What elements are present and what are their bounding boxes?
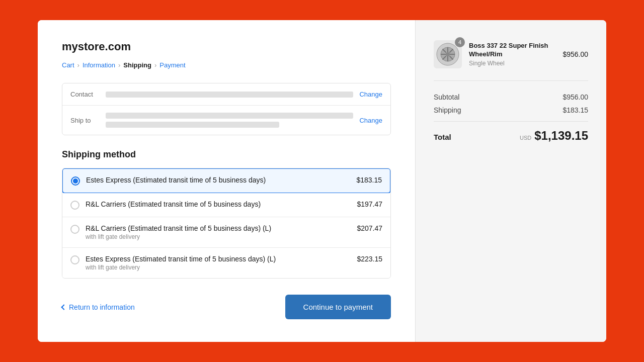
option-name-1: Estes Express (Estimated transit time of…: [86, 176, 356, 184]
breadcrumb: Cart › Information › Shipping › Payment: [62, 61, 391, 69]
product-name: Boss 337 22 Super Finish Wheel/Rim: [469, 42, 555, 59]
right-panel: 4 Boss 337 22 Super Finish Wheel/Rim Sin…: [415, 20, 606, 342]
return-link[interactable]: Return to information: [62, 303, 135, 311]
breadcrumb-shipping: Shipping: [123, 61, 151, 69]
ship-to-bar-1: [106, 113, 353, 119]
breadcrumb-sep-1: ›: [77, 61, 79, 69]
ship-to-row: Ship to Change: [62, 106, 390, 135]
ship-to-bar-2: [106, 122, 279, 128]
option-content-4: Estes Express (Estimated transit time of…: [86, 255, 357, 271]
total-amount: $1,139.15: [534, 129, 588, 143]
store-name: mystore.com: [62, 40, 391, 53]
option-price-4: $223.15: [357, 255, 382, 263]
return-label: Return to information: [69, 303, 135, 311]
footer-actions: Return to information Continue to paymen…: [62, 295, 391, 319]
product-variant: Single Wheel: [469, 60, 555, 67]
option-name-2: R&L Carriers (Estimated transit time of …: [86, 200, 357, 208]
product-info: Boss 337 22 Super Finish Wheel/Rim Singl…: [469, 42, 555, 67]
shipping-method-title: Shipping method: [62, 149, 391, 160]
info-box: Contact Change Ship to Change: [62, 83, 391, 135]
option-name-4: Estes Express (Estimated transit time of…: [86, 255, 357, 263]
continue-button[interactable]: Continue to payment: [285, 295, 391, 319]
subtotal-row: Subtotal $956.00: [434, 93, 588, 101]
shipping-option-1[interactable]: Estes Express (Estimated transit time of…: [62, 168, 391, 194]
contact-row: Contact Change: [62, 83, 390, 106]
subtotal-value: $956.00: [562, 93, 588, 101]
shipping-label: Shipping: [434, 106, 461, 114]
contact-bar: [106, 92, 353, 98]
ship-to-value: [106, 113, 353, 128]
option-price-3: $207.47: [357, 224, 382, 232]
shipping-option-3[interactable]: R&L Carriers (Estimated transit time of …: [62, 217, 390, 248]
radio-outer-4: [70, 255, 79, 264]
option-price-2: $197.47: [357, 200, 382, 208]
ship-to-change-link[interactable]: Change: [359, 117, 382, 124]
breadcrumb-sep-2: ›: [118, 61, 120, 69]
shipping-row: Shipping $183.15: [434, 106, 588, 114]
shipping-option-4[interactable]: Estes Express (Estimated transit time of…: [62, 248, 390, 278]
total-right: USD $1,139.15: [520, 129, 588, 143]
left-panel: mystore.com Cart › Information › Shippin…: [38, 20, 415, 342]
option-sub-4: with lift gate delivery: [86, 264, 357, 271]
subtotal-label: Subtotal: [434, 93, 459, 101]
ship-to-label: Ship to: [70, 117, 106, 124]
chevron-left-icon: [61, 304, 66, 310]
option-sub-3: with lift gate delivery: [86, 233, 357, 240]
product-badge: 4: [455, 37, 465, 47]
option-content-2: R&L Carriers (Estimated transit time of …: [86, 200, 357, 208]
breadcrumb-sep-3: ›: [154, 61, 156, 69]
breadcrumb-payment[interactable]: Payment: [159, 61, 185, 69]
radio-outer-2: [70, 201, 79, 210]
option-name-3: R&L Carriers (Estimated transit time of …: [86, 224, 357, 232]
option-content-1: Estes Express (Estimated transit time of…: [86, 176, 356, 184]
product-price: $956.00: [562, 50, 588, 58]
page-container: mystore.com Cart › Information › Shippin…: [38, 20, 606, 342]
option-content-3: R&L Carriers (Estimated transit time of …: [86, 224, 357, 240]
breadcrumb-cart[interactable]: Cart: [62, 61, 74, 69]
radio-inner-1: [73, 178, 78, 184]
shipping-option-2[interactable]: R&L Carriers (Estimated transit time of …: [62, 193, 390, 217]
radio-outer-1: [71, 176, 80, 186]
breadcrumb-information[interactable]: Information: [83, 61, 115, 69]
product-row: 4 Boss 337 22 Super Finish Wheel/Rim Sin…: [434, 40, 588, 81]
total-row: Total USD $1,139.15: [434, 121, 588, 143]
contact-change-link[interactable]: Change: [359, 90, 382, 98]
svg-point-2: [446, 52, 450, 56]
total-currency: USD: [520, 135, 531, 141]
total-label: Total: [434, 133, 451, 141]
product-image-wrap: 4: [434, 40, 462, 68]
option-price-1: $183.15: [356, 176, 382, 184]
shipping-options: Estes Express (Estimated transit time of…: [62, 168, 391, 279]
contact-label: Contact: [70, 90, 106, 98]
shipping-value: $183.15: [562, 106, 588, 114]
contact-value: [106, 92, 353, 98]
radio-outer-3: [70, 225, 79, 234]
